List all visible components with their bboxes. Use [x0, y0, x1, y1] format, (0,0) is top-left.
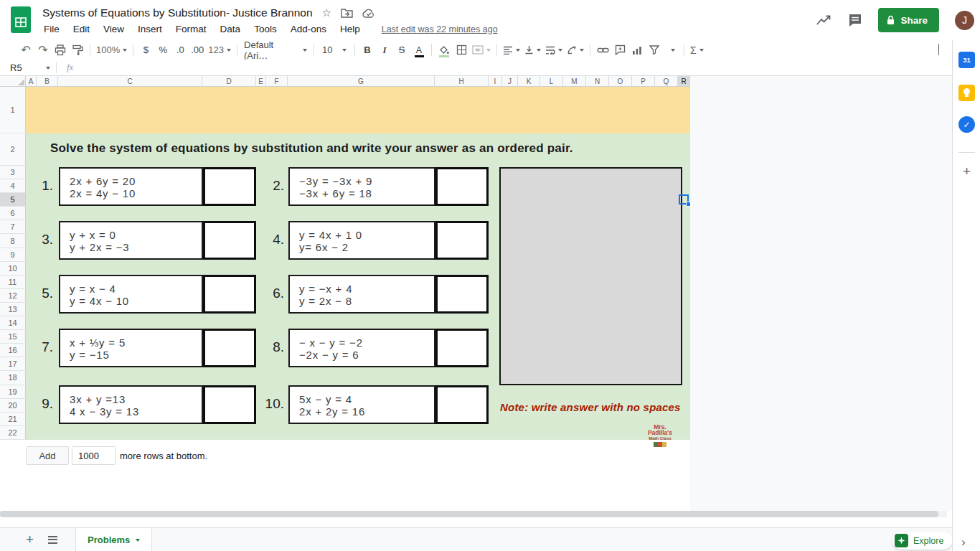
column-header-B[interactable]: B: [37, 76, 58, 87]
collapse-toolbar-button[interactable]: [938, 44, 939, 55]
column-header-H[interactable]: H: [435, 76, 489, 87]
row-header-16[interactable]: 16: [0, 344, 26, 357]
row-header-19[interactable]: 19: [0, 385, 26, 399]
column-header-Q[interactable]: Q: [655, 76, 678, 87]
paint-format-button[interactable]: [69, 42, 86, 58]
row-header-15[interactable]: 15: [0, 330, 26, 344]
column-header-C[interactable]: C: [58, 76, 202, 87]
move-folder-icon[interactable]: [341, 8, 353, 18]
row-header-2[interactable]: 2: [0, 133, 26, 166]
equation-cell-6[interactable]: y = −x + 4y = 2x − 8: [288, 275, 435, 314]
share-button[interactable]: Share: [878, 8, 939, 32]
text-color-button[interactable]: A: [410, 42, 428, 58]
column-header-P[interactable]: P: [632, 76, 655, 87]
font-size-select[interactable]: 10: [318, 42, 351, 58]
vertical-align-button[interactable]: [522, 42, 543, 58]
add-sheet-button[interactable]: +: [26, 533, 34, 546]
menu-data[interactable]: Data: [218, 22, 243, 36]
column-header-E[interactable]: E: [256, 76, 266, 87]
select-all-corner[interactable]: [0, 76, 26, 87]
sheet-tab-problems[interactable]: Problems: [75, 528, 152, 551]
row-header-10[interactable]: 10: [0, 262, 26, 276]
get-addons-button[interactable]: +: [958, 164, 975, 179]
star-icon[interactable]: ☆: [322, 7, 331, 19]
row-header-7[interactable]: 7: [0, 220, 26, 234]
formula-input[interactable]: [73, 60, 952, 75]
row-header-18[interactable]: 18: [0, 371, 26, 385]
account-avatar[interactable]: J: [955, 11, 974, 30]
column-header-O[interactable]: O: [609, 76, 632, 87]
insert-link-button[interactable]: [594, 42, 611, 58]
row-header-1[interactable]: 1: [0, 87, 26, 133]
row-header-6[interactable]: 6: [0, 207, 26, 220]
column-header-J[interactable]: J: [502, 76, 518, 87]
borders-button[interactable]: [453, 42, 470, 58]
document-title[interactable]: Systems of Equations by Substitution- Ju…: [42, 6, 313, 19]
answer-cell-4[interactable]: [435, 221, 489, 260]
answer-cell-2[interactable]: [435, 167, 489, 206]
text-rotation-button[interactable]: [565, 42, 586, 58]
equation-cell-8[interactable]: − x − y = −2−2x − y = 6: [288, 329, 435, 367]
last-edit-link[interactable]: Last edit was 22 minutes ago: [382, 24, 498, 34]
horizontal-scrollbar[interactable]: [0, 511, 947, 517]
zoom-select[interactable]: 100%: [94, 42, 129, 58]
tasks-icon[interactable]: ✓: [958, 116, 975, 133]
column-header-K[interactable]: K: [518, 76, 540, 87]
menu-view[interactable]: View: [101, 22, 126, 36]
all-sheets-button[interactable]: [48, 536, 57, 544]
column-header-D[interactable]: D: [202, 76, 256, 87]
answer-cell-3[interactable]: [203, 221, 256, 260]
answer-cell-7[interactable]: [203, 329, 256, 367]
menu-help[interactable]: Help: [338, 22, 362, 36]
row-header-12[interactable]: 12: [0, 289, 26, 303]
insert-chart-button[interactable]: [628, 42, 646, 58]
answer-cell-1[interactable]: [203, 167, 256, 206]
more-formats-button[interactable]: 123: [206, 42, 233, 58]
menu-format[interactable]: Format: [174, 22, 209, 36]
fill-handle[interactable]: [686, 202, 691, 207]
column-header-A[interactable]: A: [26, 76, 37, 87]
strikethrough-button[interactable]: S: [393, 42, 410, 58]
row-header-17[interactable]: 17: [0, 357, 26, 371]
answer-cell-8[interactable]: [435, 329, 489, 367]
add-rows-button[interactable]: Add: [26, 446, 69, 465]
selected-cell-R5[interactable]: [679, 194, 689, 204]
merge-cells-button[interactable]: [470, 42, 493, 58]
horizontal-scrollbar-thumb[interactable]: [0, 511, 938, 517]
answer-cell-6[interactable]: [435, 275, 489, 314]
sheets-logo[interactable]: [11, 6, 31, 33]
equation-cell-7[interactable]: x + ⅓y = 5y = −15: [59, 329, 203, 367]
redo-button[interactable]: ↷: [34, 42, 52, 58]
cloud-status-icon[interactable]: [362, 9, 375, 18]
italic-button[interactable]: I: [376, 42, 393, 58]
undo-button[interactable]: ↶: [17, 42, 34, 58]
column-header-N[interactable]: N: [586, 76, 609, 87]
decrease-decimals-button[interactable]: .0: [171, 42, 189, 58]
answer-cell-5[interactable]: [203, 275, 256, 314]
menu-file[interactable]: File: [42, 22, 62, 36]
yellow-banner-row[interactable]: [26, 87, 690, 133]
explore-button[interactable]: Explore: [892, 532, 953, 550]
fill-color-button[interactable]: [435, 42, 453, 58]
menu-addons[interactable]: Add-ons: [288, 22, 329, 36]
text-wrap-button[interactable]: [543, 42, 565, 58]
format-currency-button[interactable]: $: [137, 42, 154, 58]
bold-button[interactable]: B: [359, 42, 376, 58]
drawing-placeholder-box[interactable]: [499, 167, 682, 385]
row-header-4[interactable]: 4: [0, 179, 26, 193]
column-header-M[interactable]: M: [563, 76, 586, 87]
equation-cell-2[interactable]: −3y = −3x + 9−3x + 6y = 18: [288, 167, 435, 206]
print-button[interactable]: [52, 42, 69, 58]
insert-comment-button[interactable]: [611, 42, 628, 58]
comment-history-icon[interactable]: [848, 14, 862, 27]
functions-button[interactable]: Σ: [688, 42, 706, 58]
row-header-9[interactable]: 9: [0, 248, 26, 262]
equation-cell-4[interactable]: y = 4x + 1 0y= 6x − 2: [288, 221, 435, 260]
menu-edit[interactable]: Edit: [71, 22, 92, 36]
row-header-3[interactable]: 3: [0, 166, 26, 179]
column-header-F[interactable]: F: [266, 76, 288, 87]
horizontal-align-button[interactable]: [501, 42, 522, 58]
column-header-L[interactable]: L: [540, 76, 563, 87]
answer-cell-10[interactable]: [435, 385, 489, 424]
answer-cell-9[interactable]: [203, 385, 256, 424]
